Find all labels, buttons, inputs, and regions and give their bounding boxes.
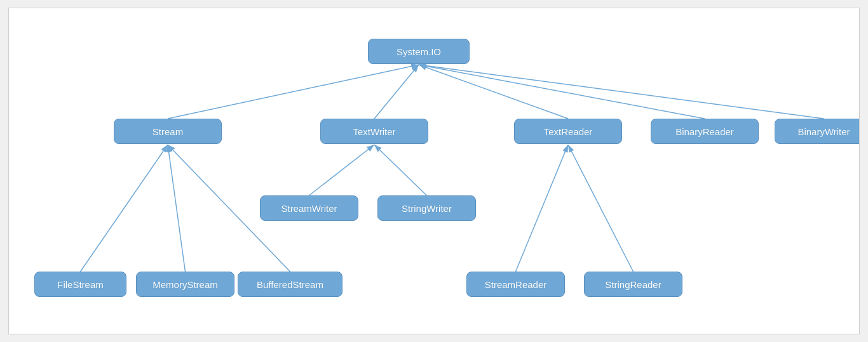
node-textreader[interactable]: TextReader [514,119,622,144]
node-stringreader[interactable]: StringReader [584,272,682,297]
node-filestream[interactable]: FileStream [34,272,126,297]
node-binarywriter[interactable]: BinaryWriter [775,119,860,144]
node-stringwriter[interactable]: StringWriter [377,195,476,221]
arrow-stream-to-systemio [168,65,419,119]
node-streamwriter[interactable]: StreamWriter [260,195,358,221]
node-textwriter[interactable]: TextWriter [320,119,428,144]
node-streamreader[interactable]: StreamReader [466,272,565,297]
arrow-streamreader-to-textreader [516,145,569,272]
arrow-textwriter-to-systemio [374,65,419,119]
node-bufferedstream[interactable]: BufferedStream [238,272,342,297]
arrow-stringreader-to-textreader [568,145,634,272]
arrow-streamwriter-to-textwriter [309,145,375,195]
node-binaryreader[interactable]: BinaryReader [651,119,759,144]
node-memorystream[interactable]: MemoryStream [136,272,234,297]
node-systemio[interactable]: System.IO [368,39,470,64]
node-stream[interactable]: Stream [114,119,222,144]
arrow-binaryreader-to-systemio [419,65,705,119]
diagram-container: System.IOStreamTextWriterTextReaderBinar… [8,8,860,334]
arrow-stringwriter-to-textwriter [374,145,427,195]
arrow-binarywriter-to-systemio [419,65,824,119]
arrow-textreader-to-systemio [419,65,568,119]
arrow-memorystream-to-stream [168,145,186,272]
arrow-filestream-to-stream [81,145,168,272]
